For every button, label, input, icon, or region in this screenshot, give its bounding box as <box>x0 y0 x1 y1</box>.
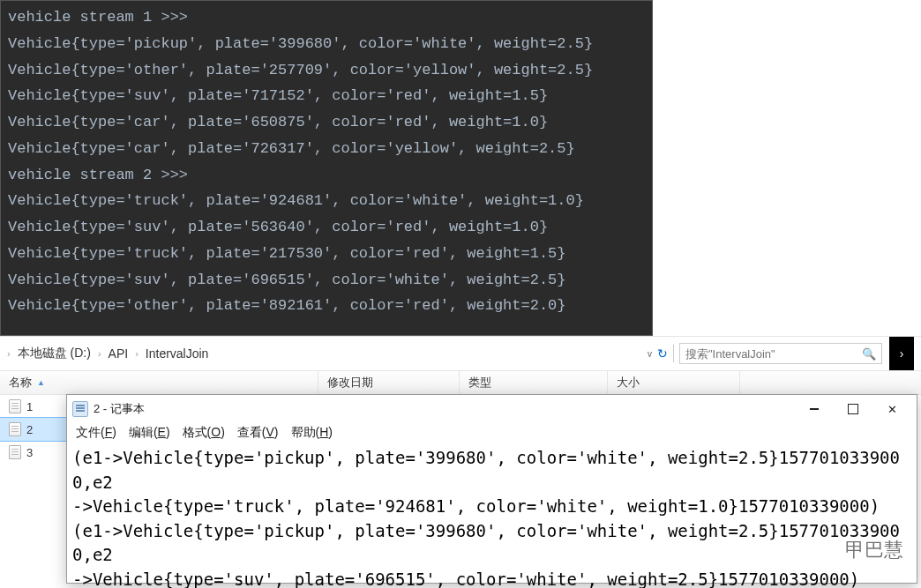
explorer-column-headers: 名称 ▲ 修改日期 类型 大小 <box>0 370 921 395</box>
file-list: 1 2 3 <box>0 395 66 464</box>
text-line: (e1->Vehicle{type='pickup', plate='39968… <box>72 521 900 565</box>
notepad-app-icon <box>72 401 88 417</box>
console-line: Vehicle{type='other', plate='892161', co… <box>8 293 645 319</box>
file-name: 3 <box>26 446 33 459</box>
console-line: Vehicle{type='pickup', plate='399680', c… <box>8 31 645 57</box>
console-line: Vehicle{type='truck', plate='217530', co… <box>8 241 645 267</box>
file-row[interactable]: 3 <box>0 441 66 464</box>
column-label: 名称 <box>9 375 32 391</box>
menu-edit[interactable]: 编辑(E) <box>129 425 170 441</box>
menu-help[interactable]: 帮助(H) <box>291 425 333 441</box>
console-line: Vehicle{type='truck', plate='924681', co… <box>8 188 645 214</box>
explorer-search-area: v ↻ 🔍 <box>648 343 882 364</box>
column-header-modified[interactable]: 修改日期 <box>318 371 460 394</box>
console-line: Vehicle{type='car', plate='726317', colo… <box>8 136 645 162</box>
chevron-right-icon: › <box>7 348 11 359</box>
file-name: 2 <box>26 423 33 436</box>
minimize-button[interactable] <box>795 397 834 421</box>
column-label: 类型 <box>468 375 491 391</box>
file-icon <box>9 399 21 413</box>
console-line: Vehicle{type='car', plate='650875', colo… <box>8 109 645 136</box>
notepad-window: 2 - 记事本 文件(F) 编辑(E) 格式(O) 查看(V) 帮助(H) (e… <box>66 394 917 584</box>
menu-format[interactable]: 格式(O) <box>183 425 225 441</box>
console-line: Vehicle{type='other', plate='257709', co… <box>8 57 645 84</box>
maximize-button[interactable] <box>834 397 872 421</box>
file-name: 1 <box>26 400 33 413</box>
breadcrumb-seg[interactable]: API <box>105 345 132 362</box>
column-header-name[interactable]: 名称 ▲ <box>0 371 318 394</box>
search-input[interactable] <box>685 347 862 361</box>
column-label: 大小 <box>617 375 640 391</box>
console-line: Vehicle{type='suv', plate='717152', colo… <box>8 83 645 109</box>
column-label: 修改日期 <box>327 375 373 391</box>
breadcrumb-seg[interactable]: 本地磁盘 (D:) <box>14 344 94 363</box>
file-icon <box>9 445 21 459</box>
console-line: Vehicle{type='suv', plate='563640', colo… <box>8 214 645 241</box>
search-icon[interactable]: 🔍 <box>862 347 876 361</box>
console-line: vehicle stream 2 >>> <box>8 162 645 189</box>
console-line: Vehicle{type='suv', plate='696515', colo… <box>8 267 645 294</box>
file-row[interactable]: 2 <box>0 418 66 441</box>
file-row[interactable]: 1 <box>0 395 66 418</box>
chevron-right-icon: › <box>98 348 101 359</box>
watermark: 甲巴慧 <box>845 537 903 563</box>
close-button[interactable] <box>872 397 911 421</box>
text-line: ->Vehicle{type='suv', plate='696515', co… <box>72 569 859 588</box>
column-header-size[interactable]: 大小 <box>608 371 740 394</box>
search-box[interactable]: 🔍 <box>679 343 882 364</box>
console-output: vehicle stream 1 >>> Vehicle{type='picku… <box>0 0 653 336</box>
text-line: ->Vehicle{type='truck', plate='924681', … <box>72 496 880 516</box>
explorer-toolbar: › 本地磁盘 (D:) › API › IntervalJoin v ↻ 🔍 › <box>0 337 921 370</box>
notepad-titlebar[interactable]: 2 - 记事本 <box>67 395 917 423</box>
breadcrumb-seg[interactable]: IntervalJoin <box>142 345 213 362</box>
sort-asc-icon: ▲ <box>37 378 45 387</box>
console-line: vehicle stream 1 >>> <box>8 4 645 31</box>
menu-view[interactable]: 查看(V) <box>237 425 279 441</box>
separator <box>673 345 674 362</box>
refresh-icon[interactable]: ↻ <box>657 346 668 361</box>
window-title: 2 - 记事本 <box>94 401 795 417</box>
breadcrumb[interactable]: › 本地磁盘 (D:) › API › IntervalJoin <box>7 344 640 363</box>
notepad-text-area[interactable]: (e1->Vehicle{type='pickup', plate='39968… <box>67 444 917 588</box>
dropdown-icon[interactable]: v <box>648 349 652 359</box>
chevron-right-icon: › <box>135 348 139 359</box>
panel-toggle-icon[interactable]: › <box>889 337 914 370</box>
menu-file[interactable]: 文件(F) <box>76 425 116 441</box>
text-line: (e1->Vehicle{type='pickup', plate='39968… <box>72 448 900 492</box>
column-header-type[interactable]: 类型 <box>460 371 608 394</box>
file-icon <box>9 422 21 436</box>
notepad-menubar: 文件(F) 编辑(E) 格式(O) 查看(V) 帮助(H) <box>67 423 917 444</box>
